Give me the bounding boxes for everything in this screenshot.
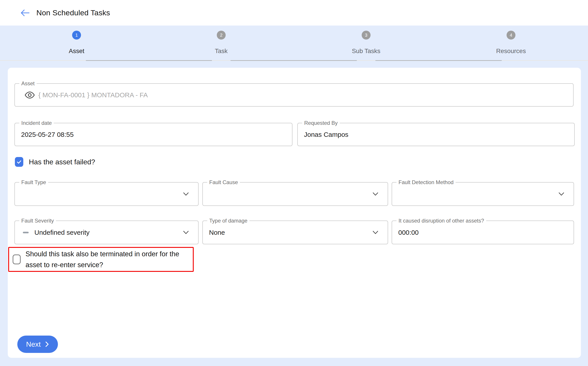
non-scheduled-tasks-page: Non Scheduled Tasks 1 Asset 2 Task 3 Sub…: [0, 0, 588, 366]
type-of-damage-value: None: [209, 229, 225, 236]
terminate-task-label: Should this task also be terminated in o…: [26, 249, 187, 270]
next-button-label: Next: [26, 340, 41, 349]
type-of-damage-label: Type of damage: [207, 218, 250, 224]
dash-icon: [23, 232, 29, 233]
fault-detection-method-select[interactable]: Fault Detection Method: [392, 182, 574, 206]
form-card: Asset { MON-FA-0001 } MONTADORA - FA Inc…: [8, 68, 581, 358]
stepper-connector: [86, 60, 212, 61]
fault-severity-label: Fault Severity: [19, 218, 56, 224]
step-number-badge: 4: [507, 31, 515, 39]
incident-date-field[interactable]: Incident date 2025-05-27 08:55: [15, 123, 293, 146]
requested-by-value: Jonas Campos: [304, 131, 348, 138]
chevron-right-icon: [45, 341, 49, 347]
disruption-duration-field[interactable]: It caused disruption of other assets? 00…: [392, 221, 574, 244]
fault-type-select[interactable]: Fault Type: [15, 182, 198, 206]
asset-field[interactable]: Asset { MON-FA-0001 } MONTADORA - FA: [15, 83, 573, 107]
back-button[interactable]: [19, 8, 31, 18]
step-label: Task: [215, 47, 228, 55]
incident-date-label: Incident date: [19, 120, 54, 126]
fault-detection-method-label: Fault Detection Method: [397, 179, 456, 185]
step-number-badge: 3: [362, 31, 371, 39]
fault-cause-label: Fault Cause: [207, 179, 240, 185]
arrow-left-icon: [20, 9, 30, 17]
next-button[interactable]: Next: [17, 336, 58, 353]
disruption-duration-value: 000:00: [398, 229, 419, 236]
step-label: Asset: [69, 47, 84, 55]
eye-icon[interactable]: [25, 91, 35, 99]
asset-failed-checkbox-row[interactable]: Has the asset failed?: [15, 157, 95, 167]
stepper-connector: [231, 60, 357, 61]
chevron-down-icon: [559, 192, 564, 196]
step-label: Sub Tasks: [352, 47, 381, 55]
highlight-red-box: Should this task also be terminated in o…: [8, 247, 194, 272]
asset-failed-label: Has the asset failed?: [29, 158, 95, 166]
page-title: Non Scheduled Tasks: [37, 8, 110, 17]
step-label: Resources: [496, 47, 526, 55]
stepper: 1 Asset 2 Task 3 Sub Tasks 4 Resources: [0, 26, 588, 61]
fault-severity-value: Undefined severity: [34, 229, 89, 236]
unchecked-checkbox-icon[interactable]: [13, 254, 21, 264]
fault-type-label: Fault Type: [19, 179, 48, 185]
checked-checkbox-icon[interactable]: [15, 157, 23, 167]
chevron-down-icon: [183, 192, 189, 196]
requested-by-field[interactable]: Requested By Jonas Campos: [297, 123, 575, 146]
stepper-connector: [375, 60, 502, 61]
asset-value: { MON-FA-0001 } MONTADORA - FA: [38, 91, 148, 99]
chevron-down-icon: [373, 231, 378, 234]
requested-by-label: Requested By: [302, 120, 340, 126]
chevron-down-icon: [373, 192, 378, 196]
step-number-badge: 1: [72, 31, 81, 39]
fault-severity-select[interactable]: Fault Severity Undefined severity: [15, 221, 198, 244]
fault-cause-select[interactable]: Fault Cause: [202, 182, 388, 206]
step-number-badge: 2: [217, 31, 226, 39]
asset-field-label: Asset: [19, 80, 37, 87]
disruption-duration-label: It caused disruption of other assets?: [397, 218, 486, 224]
incident-date-value: 2025-05-27 08:55: [21, 131, 74, 138]
terminate-task-checkbox-row[interactable]: Should this task also be terminated in o…: [13, 249, 187, 270]
header: Non Scheduled Tasks: [0, 0, 588, 26]
type-of-damage-select[interactable]: Type of damage None: [202, 221, 388, 244]
chevron-down-icon: [183, 231, 189, 234]
